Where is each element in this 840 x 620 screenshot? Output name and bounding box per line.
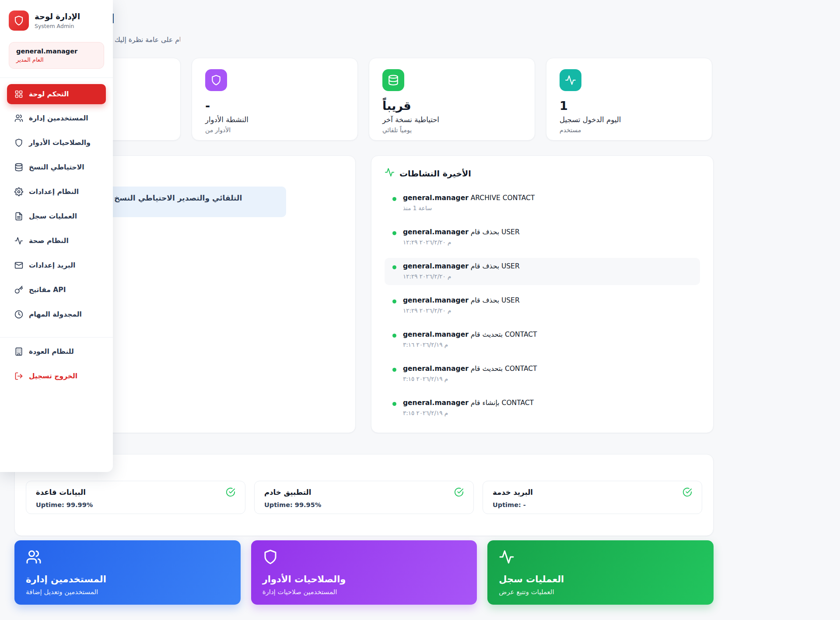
activity-row: general.manager قام بتحديث CONTACT ٣:١٥ … xyxy=(385,360,700,388)
gear-icon xyxy=(14,187,23,196)
service-uptime: Uptime: 99.95% xyxy=(264,501,464,508)
app-subtitle: System Admin xyxy=(35,23,80,29)
sidebar-item-backup[interactable]: النسخ الاحتياطي xyxy=(7,159,106,176)
status-dot-icon xyxy=(392,265,396,269)
activity-time: ٣:١٥ ٢٠٢٦/٢/١٩ م xyxy=(403,375,692,382)
panels-row: النسخ الاحتياطي والتصدير التلقائي النشاط… xyxy=(14,155,714,433)
sidebar-item-dashboard[interactable]: لوحة التحكم xyxy=(7,84,106,104)
quick-card-subtitle: عرض وتتبع العمليات xyxy=(499,588,702,596)
status-dot-icon xyxy=(392,334,396,338)
check-circle-icon xyxy=(454,487,464,497)
activity-row: general.manager قام بحذف USER ١٢:٢٩ ٢٠٢٦… xyxy=(385,224,700,251)
activity-action: قام بحذف USER xyxy=(471,262,520,270)
status-dot-icon xyxy=(392,368,396,372)
quick-card-title: سجل العمليات xyxy=(499,574,702,585)
stat-value: - xyxy=(205,99,344,113)
quick-card-subtitle: إضافة وتعديل المستخدمين xyxy=(26,588,229,596)
service-name: خادم التطبيق xyxy=(264,488,311,497)
service-name: خدمة البريد xyxy=(493,488,533,497)
stat-sub: تلقائي يومياً xyxy=(382,127,522,134)
sidebar-item-label: العودة للنظام xyxy=(29,348,74,356)
activity-row: general.manager ARCHIVE CONTACT منذ 1 سا… xyxy=(385,190,700,217)
page-subtitle: إليك نظرة عامة على النظام xyxy=(115,36,180,46)
quick-card-subtitle: إدارة صلاحيات المستخدمين xyxy=(262,588,466,596)
backup-info-text: النسخ الاحتياطي والتصدير التلقائي xyxy=(114,194,242,202)
activity-time: ٣:١٦ ٢٠٢٦/٢/١٩ م xyxy=(403,341,692,348)
sidebar-item-users[interactable]: إدارة المستخدمين xyxy=(7,109,106,127)
status-dot-icon xyxy=(392,299,396,303)
activity-user: general.manager xyxy=(403,228,469,236)
sidebar-item-system-settings[interactable]: إعدادات النظام xyxy=(7,183,106,201)
activity-pulse-icon xyxy=(385,167,395,179)
activity-row: general.manager قام بحذف USER ١٢:٢٩ ٢٠٢٦… xyxy=(385,292,700,319)
service-uptime: Uptime: - xyxy=(493,501,692,508)
service-card-app-server: خادم التطبيق Uptime: 99.95% xyxy=(254,481,474,514)
stat-card-roles: - الأدوار النشطة من الأدوار xyxy=(192,58,358,141)
activity-action: قام بتحديث CONTACT xyxy=(471,365,537,373)
stat-label: تسجيل الدخول اليوم xyxy=(560,116,699,124)
sidebar-item-roles[interactable]: الأدوار والصلاحيات xyxy=(7,134,106,151)
current-username: general.manager xyxy=(16,48,97,55)
sidebar-item-scheduled-tasks[interactable]: المهام المجدولة xyxy=(7,306,106,323)
shield-icon xyxy=(205,69,227,91)
sidebar-item-label: صحة النظام xyxy=(29,237,69,245)
current-user-role: المدير العام xyxy=(16,56,97,63)
stat-label: الأدوار النشطة xyxy=(205,116,344,124)
shield-logo-icon xyxy=(9,11,29,31)
sidebar-footer: العودة للنظام تسجيل الخروج xyxy=(0,338,113,392)
sidebar-item-operations-log[interactable]: سجل العمليات xyxy=(7,208,106,225)
stat-sub: مستخدم xyxy=(560,127,699,134)
sidebar-item-label: المهام المجدولة xyxy=(29,310,82,318)
activity-time: منذ 1 ساعة xyxy=(403,204,692,211)
log-out-icon xyxy=(14,372,23,380)
stat-value: قريباً xyxy=(382,99,522,113)
activity-title: النشاطات الأخيرة xyxy=(399,169,471,178)
sidebar-item-system-health[interactable]: صحة النظام xyxy=(7,232,106,250)
stat-cards-row: - الأدوار النشطة من الأدوار قريباً آخر ن… xyxy=(14,58,712,141)
file-text-icon xyxy=(14,212,23,221)
app-title: لوحة الإدارة xyxy=(35,12,80,22)
key-icon xyxy=(14,285,23,294)
sidebar-nav: لوحة التحكم إدارة المستخدمين الأدوار وال… xyxy=(0,78,113,330)
mail-icon xyxy=(14,261,23,270)
activity-time: ١٢:٢٩ ٢٠٢٦/٢/٢٠ م xyxy=(403,307,692,314)
activity-user: general.manager xyxy=(403,399,469,407)
stat-value: 1 xyxy=(560,99,699,113)
sidebar-item-label: إدارة المستخدمين xyxy=(29,114,88,122)
users-icon xyxy=(26,549,229,565)
activity-time: ١٢:٢٩ ٢٠٢٦/٢/٢٠ م xyxy=(403,239,692,246)
activity-user: general.manager xyxy=(403,194,469,202)
current-user-badge: general.manager المدير العام xyxy=(9,42,104,69)
sidebar-item-label: إعدادات البريد xyxy=(29,261,75,269)
quick-actions-row: إدارة المستخدمين إضافة وتعديل المستخدمين… xyxy=(14,540,714,605)
check-circle-icon xyxy=(226,487,235,497)
quick-card-operations-log[interactable]: سجل العمليات عرض وتتبع العمليات xyxy=(487,540,714,605)
activity-action: قام بحذف USER xyxy=(471,228,520,236)
activity-action: ARCHIVE CONTACT xyxy=(471,194,535,202)
activity-action: قام بتحديث CONTACT xyxy=(471,331,537,338)
stat-card-backup: قريباً آخر نسخة احتياطية تلقائي يومياً xyxy=(369,58,535,141)
layout-grid-icon xyxy=(14,90,23,99)
sidebar-item-label: إعدادات النظام xyxy=(29,188,79,196)
activity-row: general.manager قام بإنشاء CONTACT ٣:١٥ … xyxy=(385,395,700,422)
activity-row-highlighted: general.manager قام بحذف USER ١٢:٢٩ ٢٠٢٦… xyxy=(385,258,700,285)
sidebar-item-label: سجل العمليات xyxy=(29,212,77,220)
admin-sidebar: لوحة الإدارة System Admin general.manage… xyxy=(0,0,113,472)
activity-pulse-icon xyxy=(499,549,702,565)
stat-card-logins: 1 تسجيل الدخول اليوم مستخدم xyxy=(546,58,712,141)
sidebar-item-label: تسجيل الخروج xyxy=(29,372,77,380)
status-dot-icon xyxy=(392,231,396,235)
activity-user: general.manager xyxy=(403,365,469,373)
activity-pulse-icon xyxy=(560,69,581,91)
sidebar-item-back-to-system[interactable]: العودة للنظام xyxy=(7,343,106,360)
activity-pulse-icon xyxy=(14,236,23,245)
sidebar-item-mail-settings[interactable]: إعدادات البريد xyxy=(7,257,106,274)
clock-icon xyxy=(14,310,23,319)
quick-card-roles[interactable]: الأدوار والصلاحيات إدارة صلاحيات المستخد… xyxy=(251,540,477,605)
sidebar-item-api-keys[interactable]: مفاتيح API xyxy=(7,281,106,299)
service-uptime: Uptime: 99.99% xyxy=(36,501,235,508)
service-card-database: قاعدة البيانات Uptime: 99.99% xyxy=(26,481,245,514)
sidebar-item-logout[interactable]: تسجيل الخروج xyxy=(7,367,106,385)
check-circle-icon xyxy=(682,487,692,497)
quick-card-user-management[interactable]: إدارة المستخدمين إضافة وتعديل المستخدمين xyxy=(14,540,241,605)
